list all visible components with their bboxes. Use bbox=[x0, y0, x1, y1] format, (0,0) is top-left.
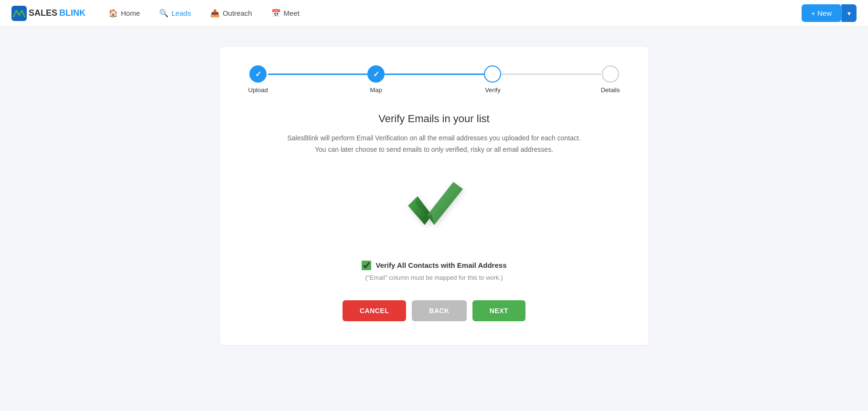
back-button[interactable]: BACK bbox=[412, 300, 466, 321]
logo-blink-text: BLINK bbox=[59, 8, 86, 18]
connector-1 bbox=[268, 74, 367, 75]
connector-3 bbox=[501, 74, 600, 75]
new-button-wrapper: + New ▾ bbox=[802, 4, 857, 22]
nav-label-leads: Leads bbox=[171, 9, 191, 17]
logo-icon bbox=[11, 6, 27, 21]
step-label-map: Map bbox=[370, 86, 382, 94]
desc-line2: You can later choose to send emails to o… bbox=[315, 146, 553, 153]
step-circle-details bbox=[602, 65, 619, 83]
content-card: ✓ Upload ✓ Map Verify Details Verify bbox=[219, 46, 649, 346]
verify-option-label: Verify All Contacts with Email Address bbox=[376, 261, 507, 269]
cancel-button[interactable]: CANCEL bbox=[343, 300, 406, 321]
search-icon: 🔍 bbox=[159, 9, 169, 18]
new-button[interactable]: + New bbox=[802, 4, 841, 22]
nav-right: + New ▾ bbox=[802, 4, 857, 22]
step-verify: Verify bbox=[484, 65, 501, 94]
step-circle-map: ✓ bbox=[367, 65, 385, 83]
page-description: SalesBlink will perform Email Verificati… bbox=[248, 133, 620, 156]
next-button[interactable]: NEXT bbox=[472, 300, 525, 321]
new-dropdown-button[interactable]: ▾ bbox=[841, 4, 857, 22]
nav-item-leads[interactable]: 🔍 Leads bbox=[151, 5, 199, 21]
outreach-icon: 📤 bbox=[210, 9, 220, 18]
step-details: Details bbox=[601, 65, 620, 94]
desc-line1: SalesBlink will perform Email Verificati… bbox=[288, 134, 581, 142]
nav-label-outreach: Outreach bbox=[223, 9, 252, 17]
step-circle-upload: ✓ bbox=[249, 65, 267, 83]
nav-items: 🏠 Home 🔍 Leads 📤 Outreach 📅 Meet bbox=[101, 5, 307, 21]
check-container bbox=[248, 175, 620, 242]
step-label-upload: Upload bbox=[248, 86, 268, 94]
svg-rect-0 bbox=[11, 6, 27, 21]
step-label-verify: Verify bbox=[485, 86, 501, 94]
calendar-icon: 📅 bbox=[271, 9, 281, 18]
verify-note: ("Email" column must be mapped for this … bbox=[248, 274, 620, 281]
home-icon: 🏠 bbox=[108, 9, 118, 18]
verify-checkbox[interactable] bbox=[362, 261, 371, 270]
stepper: ✓ Upload ✓ Map Verify Details bbox=[248, 65, 620, 94]
check-svg bbox=[401, 175, 468, 242]
logo[interactable]: SALESBLINK bbox=[11, 6, 86, 21]
logo-sales-text: SALES bbox=[29, 8, 57, 18]
page-title: Verify Emails in your list bbox=[248, 113, 620, 125]
nav-item-meet[interactable]: 📅 Meet bbox=[264, 5, 307, 21]
nav-label-meet: Meet bbox=[284, 9, 300, 17]
navbar: SALESBLINK 🏠 Home 🔍 Leads 📤 Outreach 📅 M… bbox=[0, 0, 868, 27]
step-map: ✓ Map bbox=[367, 65, 385, 94]
step-label-details: Details bbox=[601, 86, 620, 94]
step-upload: ✓ Upload bbox=[248, 65, 268, 94]
connector-2 bbox=[385, 74, 484, 75]
nav-item-outreach[interactable]: 📤 Outreach bbox=[203, 5, 260, 21]
button-row: CANCEL BACK NEXT bbox=[248, 300, 620, 321]
verify-option: Verify All Contacts with Email Address bbox=[248, 261, 620, 270]
success-check-icon bbox=[401, 175, 468, 242]
nav-item-home[interactable]: 🏠 Home bbox=[101, 5, 148, 21]
nav-label-home: Home bbox=[121, 9, 140, 17]
main-content: ✓ Upload ✓ Map Verify Details Verify bbox=[0, 27, 868, 365]
step-circle-verify bbox=[484, 65, 501, 83]
